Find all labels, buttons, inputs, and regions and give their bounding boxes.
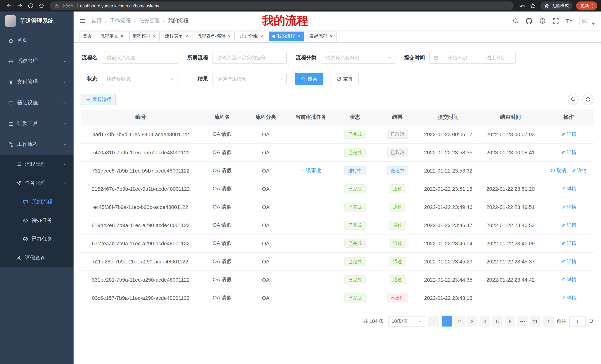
- column-header: 结束时间: [477, 109, 544, 125]
- page-button-3[interactable]: 3: [467, 316, 477, 326]
- row-action-detail[interactable]: 详情: [561, 277, 576, 283]
- tab-start-process[interactable]: 发起流程: [306, 31, 337, 41]
- row-action-detail[interactable]: 详情: [571, 167, 587, 174]
- row-action-detail[interactable]: 详情: [561, 222, 576, 229]
- sidebar-item-todo-task[interactable]: 待办任务: [0, 211, 74, 230]
- browser-reload-icon[interactable]: [28, 3, 34, 9]
- user-menu-caret-icon[interactable]: [591, 22, 595, 26]
- user-avatar[interactable]: [580, 15, 590, 26]
- browser-home-icon[interactable]: [38, 3, 45, 9]
- current-task-link[interactable]: 一级审批: [300, 167, 321, 173]
- address-bar[interactable]: 不安全 dashboard.yudao.iocoder.cn/bpm/task/…: [50, 1, 514, 10]
- result-cell: 处理中: [376, 162, 419, 180]
- prev-page-button[interactable]: [428, 316, 439, 326]
- home-icon: [8, 38, 14, 43]
- status-badge: 已完成: [344, 221, 366, 230]
- process-name-cell-text: OA 请假: [213, 240, 232, 246]
- tab-process-form[interactable]: 流程表单: [161, 31, 192, 41]
- page-button-5[interactable]: 5: [492, 316, 502, 326]
- sidebar-item-infrastructure[interactable]: 基础设施: [0, 92, 74, 113]
- sidebar-item-workflow[interactable]: 工作流程: [0, 134, 74, 155]
- row-action-detail[interactable]: 详情: [561, 185, 576, 192]
- process-id-cell-text: 52ffd28e-7b9a-11ec-a290-acde48001122: [93, 259, 188, 265]
- sidebar-item-leave-query[interactable]: 请假查询: [0, 248, 74, 267]
- sidebar-item-task-management[interactable]: 任务管理: [0, 174, 74, 192]
- breadcrumb-item[interactable]: 首页: [91, 18, 102, 24]
- tab-my-process[interactable]: 我的流程: [269, 31, 304, 41]
- row-action-cancel[interactable]: 取消: [551, 167, 566, 174]
- result-badge: 通过: [389, 257, 406, 266]
- status-cell: 已完成: [334, 125, 376, 144]
- tab-process-form-edit[interactable]: 流程表单-编辑: [194, 31, 235, 41]
- row-action-detail[interactable]: 详情: [561, 204, 576, 211]
- tab-home[interactable]: 首页: [80, 31, 95, 41]
- row-action-detail[interactable]: 详情: [561, 295, 576, 301]
- page-button-2[interactable]: 2: [454, 316, 465, 326]
- status-select[interactable]: 请选择状态: [102, 73, 178, 85]
- category-select[interactable]: 请选择流程分类: [321, 52, 395, 64]
- process-definition-input[interactable]: [213, 52, 286, 63]
- sidebar-item-process-management[interactable]: 流程管理: [0, 155, 74, 174]
- tab-process-model[interactable]: 流程模型: [129, 31, 160, 41]
- tab-close-icon[interactable]: [185, 34, 189, 38]
- row-action-detail[interactable]: 详情: [561, 149, 576, 156]
- tab-process-definition[interactable]: 流程定义: [97, 31, 127, 41]
- reset-button[interactable]: 重置: [331, 73, 359, 85]
- process-name-cell-text: OA 请假: [213, 167, 232, 173]
- page-button-4[interactable]: 4: [480, 316, 490, 326]
- end-time-cell-text: 2022-01-22 23:46:09: [486, 240, 535, 246]
- submit-time-cell: 2022-01-22 23:46:04: [419, 234, 477, 252]
- sidebar-item-my-process[interactable]: 我的流程: [0, 192, 74, 211]
- start-process-button[interactable]: 发起流程: [81, 94, 116, 105]
- sidebar-item-payment-management[interactable]: 支付管理: [0, 72, 74, 92]
- search-button[interactable]: 搜索: [295, 73, 323, 85]
- breadcrumb-item[interactable]: 任务管理: [139, 18, 160, 24]
- sidebar-toggle-icon[interactable]: [79, 18, 85, 24]
- row-action-detail[interactable]: 详情: [561, 131, 576, 138]
- tab-close-icon[interactable]: [227, 34, 231, 38]
- page-button-1[interactable]: 1: [442, 316, 452, 326]
- sidebar-item-dev-tools[interactable]: 研发工具: [0, 113, 74, 134]
- result-select[interactable]: 请选择流结果: [212, 73, 287, 85]
- tab-close-icon[interactable]: [152, 34, 156, 38]
- tab-close-icon[interactable]: [260, 34, 264, 38]
- password-key-icon[interactable]: [519, 3, 525, 9]
- page-button-6[interactable]: 6: [505, 316, 515, 326]
- row-action-detail[interactable]: 详情: [561, 240, 576, 247]
- user-menu[interactable]: [580, 15, 595, 26]
- next-page-button[interactable]: [543, 316, 554, 326]
- tab-close-icon[interactable]: [297, 34, 301, 38]
- goto-page-input[interactable]: [570, 316, 586, 326]
- header-search-icon[interactable]: [513, 18, 519, 24]
- process-name-cell-text: OA 请假: [213, 149, 232, 155]
- bookmark-star-icon[interactable]: [530, 3, 536, 9]
- process-name-cell-text: OA 请假: [213, 185, 232, 192]
- fullscreen-icon[interactable]: [553, 18, 559, 24]
- sidebar-item-done-task[interactable]: 已办任务: [0, 230, 74, 248]
- table-search-button[interactable]: [568, 94, 579, 105]
- docs-help-icon[interactable]: [539, 18, 546, 24]
- page-button-11[interactable]: 11: [530, 316, 541, 326]
- page-size-select[interactable]: 10条/页: [388, 316, 425, 326]
- submit-time-range[interactable]: 开始日期 - 结束日期: [429, 52, 516, 64]
- process-name-input[interactable]: [102, 52, 178, 63]
- breadcrumb-item[interactable]: 工作流程: [110, 18, 131, 24]
- tab-close-icon[interactable]: [120, 34, 124, 38]
- submit-time-cell: 2022-01-22 23:53:35: [419, 144, 477, 162]
- calendar-icon: [433, 55, 439, 60]
- table-row: 2152467e-7b9b-11ec-9a1b-acde48001122OA 请…: [81, 180, 594, 198]
- process-name-cell-text: OA 请假: [213, 222, 232, 228]
- sidebar-item-home[interactable]: 首页: [0, 30, 74, 51]
- font-size-icon[interactable]: TT: [566, 18, 572, 24]
- more-pages-button[interactable]: •••: [517, 316, 528, 326]
- browser-update-button[interactable]: 更新: [576, 1, 597, 10]
- github-icon[interactable]: [526, 18, 532, 24]
- table-refresh-button[interactable]: [582, 94, 594, 105]
- browser-back-icon[interactable]: [6, 3, 12, 9]
- row-action-detail[interactable]: 详情: [561, 258, 576, 265]
- browser-forward-icon[interactable]: [17, 3, 23, 9]
- browser-menu-icon[interactable]: [590, 3, 595, 8]
- sidebar-item-system-management[interactable]: 系统管理: [0, 51, 74, 72]
- tab-close-icon[interactable]: [329, 34, 333, 38]
- tab-user-group[interactable]: 用户分组: [237, 31, 267, 41]
